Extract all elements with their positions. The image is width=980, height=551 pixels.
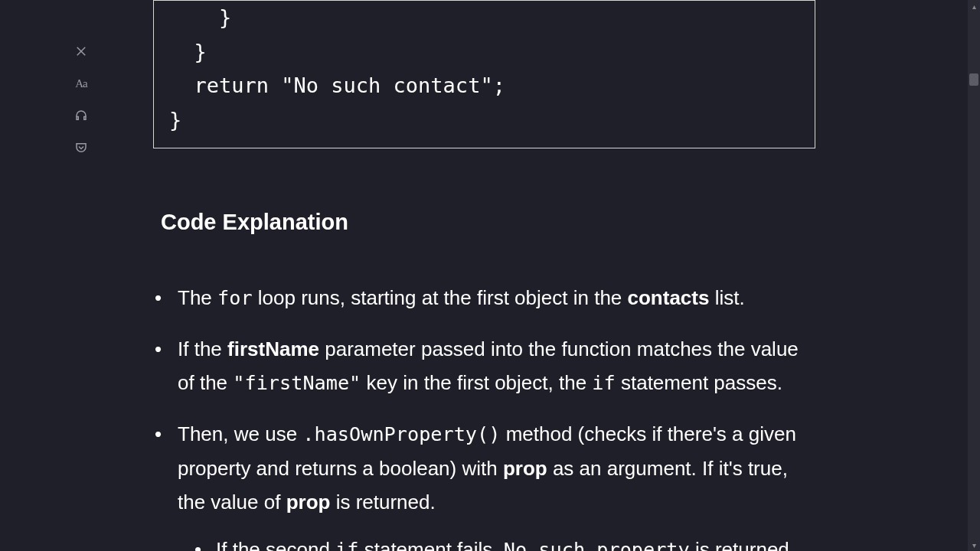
bold-text: contacts — [628, 286, 710, 309]
explanation-list: The for loop runs, starting at the first… — [153, 281, 815, 551]
text: The — [178, 286, 217, 309]
headphones-icon[interactable] — [72, 106, 90, 125]
list-item: Then, we use .hasOwnProperty() method (c… — [153, 417, 815, 551]
text: list. — [709, 286, 744, 309]
list-item: If the firstName parameter passed into t… — [153, 332, 815, 400]
scroll-down-icon[interactable]: ▾ — [968, 539, 980, 551]
text: If the second — [216, 538, 335, 551]
nested-list: If the second if statement fails, No suc… — [178, 533, 815, 551]
list-item: The for loop runs, starting at the first… — [153, 281, 815, 315]
scrollbar-track[interactable]: ▴ ▾ — [968, 0, 980, 551]
inline-code: "firstName" — [233, 372, 361, 394]
text: loop runs, starting at the first object … — [253, 286, 628, 309]
pocket-icon[interactable] — [72, 139, 90, 157]
close-icon[interactable] — [72, 42, 90, 60]
scrollbar-thumb[interactable] — [969, 73, 978, 86]
reader-sidebar: Aa — [70, 42, 92, 157]
text: statement fails, — [358, 538, 503, 551]
bold-text: prop — [503, 457, 547, 480]
article-content: } } return "No such contact"; } Code Exp… — [153, 0, 815, 551]
code-line: } — [169, 108, 181, 132]
inline-code: .hasOwnProperty() — [302, 423, 500, 445]
inline-code: No such property — [504, 539, 690, 551]
scroll-up-icon[interactable]: ▴ — [968, 0, 980, 12]
section-heading: Code Explanation — [161, 210, 815, 235]
text: statement passes. — [616, 371, 782, 394]
code-line: } — [169, 40, 207, 64]
inline-code: if — [335, 539, 358, 551]
list-item: If the second if statement fails, No suc… — [193, 533, 815, 551]
inline-code: for — [217, 287, 253, 309]
text: key in the first object, the — [361, 371, 592, 394]
code-block: } } return "No such contact"; } — [153, 0, 815, 148]
bold-text: prop — [286, 491, 331, 514]
text: is returned. — [690, 538, 795, 551]
text: Then, we use — [178, 422, 302, 445]
font-settings-icon[interactable]: Aa — [72, 74, 90, 93]
text: is returned. — [330, 491, 435, 514]
bold-text: firstName — [227, 337, 319, 360]
inline-code: if — [592, 372, 615, 394]
text: If the — [178, 337, 227, 360]
code-line: } — [169, 5, 231, 29]
code-line: return "No such contact"; — [169, 73, 505, 97]
